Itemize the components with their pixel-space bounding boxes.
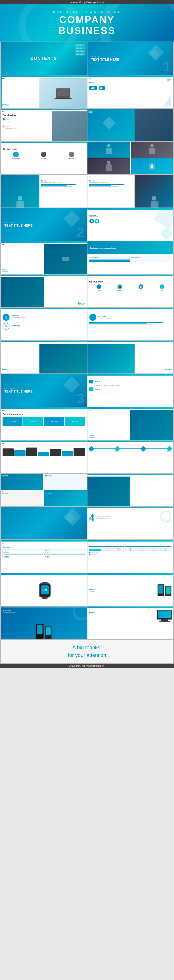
slide-part-four <box>1 507 87 539</box>
opening-label-block: Business Opening slide <box>2 103 9 107</box>
phone-mockup-big <box>36 624 52 639</box>
calendar-grid: M T W T F S S 1 2 3 4 5 6 7 8 <box>89 546 172 551</box>
slide-best-team: ●●● Our best team Mr. John Smith Mr. Dav… <box>1 142 87 174</box>
avatar-2 <box>41 151 46 157</box>
part-one-number: 1 <box>163 60 171 73</box>
team-photo-3 <box>87 158 130 174</box>
stat-row: 100+ 50+ <box>89 86 172 90</box>
slide-vision-2: ●●● Our Vision Lorem ipsum dolor sit ame… <box>87 308 174 340</box>
slide-workshop: ●●● <box>87 474 174 506</box>
slide-get-order: ●●● Get order our project Topic Text Top… <box>1 407 87 440</box>
slide-logo-2: ●●● <box>89 78 92 79</box>
laptop-icon <box>56 88 70 98</box>
who-we-icons: 👤 Person 💼 Business 📊 Data 🔧 <box>89 284 172 291</box>
blue-shapes-photo <box>134 109 173 141</box>
slide-vision-1: ●●● ◎ Our Vision Lorem ipsum dolor sit a… <box>1 308 87 340</box>
part-two-number: 2 <box>77 226 84 240</box>
vision-icon-1: ◎ <box>3 314 9 321</box>
hero-slide: PPTSTORE Business · PowerPoint COMPANY B… <box>0 5 174 41</box>
copyright-bottom-text: Copyright © http://www.pptstore.net <box>69 665 105 667</box>
slide-feature: ●●● Business ▲ Feature Lorem text ◆ Feat… <box>1 540 87 573</box>
slide-timeline: ●●● Our timeline 2012 Lorem ipsum text h… <box>1 109 87 141</box>
timeline-photo <box>52 111 87 141</box>
contents-items: PART ONE PART TWO PART THREE PART FOUR <box>75 44 85 56</box>
watch-mockup: 12:00 <box>39 583 51 597</box>
opening-sublabel: Opening slide <box>2 105 9 107</box>
slide-person-2: ●●● Talent Lorem ipsum dolor sit amet co… <box>87 175 174 207</box>
slide-contents: CONTENTS PART ONE PART TWO PART THREE PA… <box>1 42 87 75</box>
team-grid: Mr. John Smith Mr. David Ms. Anna <box>3 151 85 159</box>
slide-agenda: ●●● M T W T F S S 1 2 3 4 <box>87 540 174 573</box>
year-2016: 2016 <box>89 111 93 113</box>
copyright-top: Copyright © http://www.pptstore.net <box>0 0 174 5</box>
slide-startup-target-2: ●●● Business startup target <box>87 341 174 374</box>
smartphone-sublabel: Smartphone mockup <box>3 612 15 613</box>
contents-item-4: PART FOUR <box>75 53 85 56</box>
person-img-1 <box>1 175 40 207</box>
phone-mockup <box>158 584 171 596</box>
slide-startup-target-3: Business startup target Business startup… <box>1 474 87 506</box>
slide-smartphone-mockup: Business Smartphone mockup <box>1 606 87 639</box>
startup-tips-img <box>44 244 87 274</box>
slide-special-event: ●●● Special Newest event <box>87 407 174 440</box>
phone-shape-1 <box>158 584 164 596</box>
infographic-timeline: Phase 1 Phase 2 Phase 3 <box>89 447 172 453</box>
copyright-bottom: Copyright © http://www.pptstore.net <box>0 663 174 668</box>
slide-startup-target-1: ●●● Business startup target <box>1 341 87 374</box>
slide-smartwatch: 12:00 <box>1 573 87 606</box>
person-img-2 <box>134 175 173 207</box>
hero-line2: BUSINESS <box>59 25 116 36</box>
big-number: 4 <box>89 513 95 522</box>
team-member-3: Ms. Anna <box>58 151 85 159</box>
stat1: 100+ <box>89 86 97 90</box>
stat2: 50+ <box>99 86 105 90</box>
best-team-title: Our best team <box>3 148 85 150</box>
slide-who-we-are: ●●● Who we are ? 👤 Person 💼 Business <box>87 275 174 307</box>
copyright-top-text: Copyright © http://www.pptstore.net <box>69 1 105 3</box>
person-content-1: ●●● Talent Lorem ipsum dolor sit amet co… <box>40 175 87 207</box>
hero-title: COMPANY BUSINESS <box>59 14 116 36</box>
startup-sublabel: startup presentation <box>89 83 172 85</box>
diagram-bars <box>3 447 85 456</box>
hero-line1: COMPANY <box>59 14 116 25</box>
smartphone-label: Business <box>3 610 15 612</box>
deco-shapes <box>167 79 171 82</box>
vision-icon-2: ◎ <box>3 323 9 329</box>
slide-startup-tips-1: ●●● Business startup tips <box>1 242 87 274</box>
avatar-3 <box>69 151 74 157</box>
team-member-2: Mr. David <box>30 151 57 159</box>
slide-startup-presentation: ●●● Business startup presentation 100+ 5… <box>87 75 174 108</box>
startup-pres-title: Business startup presentation <box>90 247 117 249</box>
slide-blue-shapes: 2016 2018 <box>87 109 174 141</box>
contents-title: CONTENTS <box>30 56 57 61</box>
slides-grid: CONTENTS PART ONE PART TWO PART THREE PA… <box>0 41 174 663</box>
contents-item-3: PART THREE <box>75 50 85 52</box>
team-member-1: Mr. John Smith <box>3 151 30 159</box>
avatar-1 <box>13 151 19 157</box>
startup-label: Business <box>89 81 172 83</box>
order-grid: Topic Text Topic Text Topic Text Topic T… <box>3 417 85 426</box>
desktop-mockup <box>157 610 172 622</box>
slide-person-1: ●●● Talent Lorem ipsum dolor sit amet co… <box>1 175 87 207</box>
opening-label: Business <box>2 103 9 105</box>
person-content-2: ●●● Talent Lorem ipsum dolor sit amet co… <box>87 175 135 207</box>
opening-image <box>40 78 87 108</box>
team-photo-2 <box>131 142 173 158</box>
slide-opening: ●●● Business Opening slide <box>1 75 87 108</box>
slide-part-two: PART TWO TEXT TITLE HERE 2 <box>1 208 87 241</box>
slide-startup-tips-2: ●●● Business startup tips <box>1 275 87 307</box>
slide-learn: ●●● ✓ Learn It Lorem ipsum dolor sit ame… <box>87 374 174 407</box>
slide-desktop: ●●● Business Desktop mockup <box>87 606 174 639</box>
triangle-deco <box>164 94 171 106</box>
slide-infographic: ●●● Phase 1 Phase 2 <box>87 441 174 473</box>
slide-22: ●●● 4 Lorem ipsum dolor sit amet consect… <box>87 507 174 539</box>
slide-team-photos <box>87 142 174 174</box>
slide-thanks: A big thanks, for your attention <box>1 640 173 663</box>
slide-smartphone: Business Smartwatch <box>87 573 174 606</box>
team-photo-1 <box>87 142 130 158</box>
contents-item-1: PART ONE <box>75 44 85 46</box>
contents-item-2: PART TWO <box>75 47 85 49</box>
slide-part-one: PART ONE TEXT TITLE HERE 1 <box>87 42 174 75</box>
slide-diagram: ●●● <box>1 441 87 473</box>
thanks-text: A big thanks, for your attention <box>68 644 106 659</box>
